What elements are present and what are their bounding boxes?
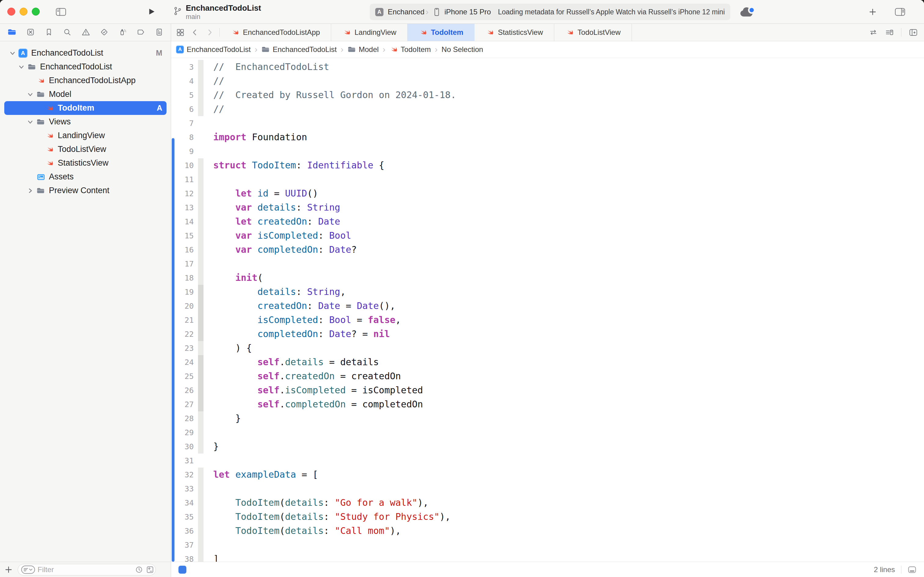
line-number[interactable]: 5 bbox=[171, 91, 198, 100]
debug-navigator-icon[interactable] bbox=[118, 28, 127, 37]
line-number[interactable]: 16 bbox=[171, 245, 198, 254]
source-control-navigator-icon[interactable] bbox=[26, 28, 35, 37]
code-fold-ribbon[interactable] bbox=[198, 74, 203, 88]
tree-item-statisticsview[interactable]: StatisticsView bbox=[4, 156, 167, 170]
code-fold-ribbon[interactable] bbox=[198, 214, 203, 229]
code-fold-ribbon[interactable] bbox=[198, 243, 203, 257]
tree-item-enchancedtodolist[interactable]: AEnchancedTodoListM bbox=[4, 46, 167, 60]
line-number[interactable]: 19 bbox=[171, 288, 198, 297]
code-fold-ribbon[interactable] bbox=[198, 397, 203, 411]
line-number[interactable]: 14 bbox=[171, 217, 198, 226]
line-number[interactable]: 3 bbox=[171, 63, 198, 71]
code-fold-ribbon[interactable] bbox=[198, 313, 203, 327]
issue-navigator-icon[interactable] bbox=[82, 28, 90, 37]
line-number[interactable]: 35 bbox=[171, 513, 198, 521]
filter-field[interactable] bbox=[18, 564, 156, 575]
source-control-filter-icon[interactable] bbox=[146, 566, 154, 574]
line-number[interactable]: 4 bbox=[171, 77, 198, 85]
source-code-editor[interactable]: 3 // EnchancedTodoList 4 // 5 // Created… bbox=[171, 58, 924, 562]
sidebar-toggle-icon[interactable] bbox=[56, 7, 67, 16]
code-fold-ribbon[interactable] bbox=[198, 102, 203, 116]
zoom-window-button[interactable] bbox=[32, 8, 40, 16]
chevron-closed-icon[interactable] bbox=[26, 187, 35, 194]
code-fold-ribbon[interactable] bbox=[198, 440, 203, 453]
line-number[interactable]: 13 bbox=[171, 203, 198, 212]
line-number[interactable]: 18 bbox=[171, 274, 198, 282]
breakpoint-navigator-icon[interactable] bbox=[137, 28, 145, 37]
find-navigator-icon[interactable] bbox=[63, 28, 71, 37]
code-fold-ribbon[interactable] bbox=[198, 369, 203, 383]
tab-overview-icon[interactable] bbox=[176, 28, 185, 37]
add-editor-button[interactable] bbox=[909, 28, 918, 37]
run-button[interactable] bbox=[147, 7, 156, 16]
inspector-toggle-icon[interactable] bbox=[895, 7, 906, 16]
tree-item-preview-content[interactable]: Preview Content bbox=[4, 184, 167, 197]
line-number[interactable]: 7 bbox=[171, 119, 198, 128]
code-fold-ribbon[interactable] bbox=[198, 383, 203, 397]
code-fold-ribbon[interactable] bbox=[198, 524, 203, 538]
breadcrumb-segment[interactable]: AEnchancedTodoList bbox=[176, 45, 251, 54]
code-fold-ribbon[interactable] bbox=[198, 425, 203, 440]
code-fold-ribbon[interactable] bbox=[198, 538, 203, 552]
code-fold-ribbon[interactable] bbox=[198, 88, 203, 102]
code-fold-ribbon[interactable] bbox=[198, 285, 203, 299]
code-fold-ribbon[interactable] bbox=[198, 257, 203, 271]
code-fold-ribbon[interactable] bbox=[198, 116, 203, 130]
tree-item-assets[interactable]: Assets bbox=[4, 170, 167, 184]
tree-item-enchancedtodolist[interactable]: EnchancedTodoList bbox=[4, 60, 167, 74]
code-fold-ribbon[interactable] bbox=[198, 200, 203, 214]
forward-button[interactable] bbox=[205, 28, 214, 37]
line-number[interactable]: 21 bbox=[171, 316, 198, 324]
line-number[interactable]: 25 bbox=[171, 372, 198, 381]
related-items-icon[interactable] bbox=[869, 28, 878, 37]
chevron-open-icon[interactable] bbox=[8, 50, 17, 56]
code-fold-ribbon[interactable] bbox=[198, 158, 203, 172]
line-number[interactable]: 32 bbox=[171, 471, 198, 479]
report-navigator-icon[interactable] bbox=[155, 28, 163, 37]
code-fold-ribbon[interactable] bbox=[198, 510, 203, 524]
minimize-window-button[interactable] bbox=[19, 8, 27, 16]
add-file-button[interactable] bbox=[4, 566, 13, 574]
tree-item-todolistview[interactable]: TodoListView bbox=[4, 142, 167, 156]
test-navigator-icon[interactable] bbox=[100, 28, 108, 37]
code-fold-ribbon[interactable] bbox=[198, 60, 203, 74]
line-number[interactable]: 23 bbox=[171, 344, 198, 353]
code-fold-ribbon[interactable] bbox=[198, 299, 203, 313]
line-number[interactable]: 11 bbox=[171, 175, 198, 184]
code-fold-ribbon[interactable] bbox=[198, 144, 203, 158]
line-number[interactable]: 30 bbox=[171, 442, 198, 451]
line-number[interactable]: 31 bbox=[171, 456, 198, 465]
line-number[interactable]: 28 bbox=[171, 414, 198, 423]
filter-options-icon[interactable] bbox=[21, 565, 35, 574]
chevron-open-icon[interactable] bbox=[26, 91, 35, 98]
code-fold-ribbon[interactable] bbox=[198, 187, 203, 200]
code-fold-ribbon[interactable] bbox=[198, 467, 203, 482]
back-button[interactable] bbox=[191, 28, 199, 37]
code-fold-ribbon[interactable] bbox=[198, 327, 203, 341]
close-window-button[interactable] bbox=[7, 8, 15, 16]
filter-input[interactable] bbox=[38, 566, 132, 574]
line-number[interactable]: 10 bbox=[171, 161, 198, 170]
tree-item-views[interactable]: Views bbox=[4, 115, 167, 129]
project-navigator-icon[interactable] bbox=[7, 27, 16, 38]
code-fold-ribbon[interactable] bbox=[198, 271, 203, 285]
code-fold-ribbon[interactable] bbox=[198, 453, 203, 467]
chevron-open-icon[interactable] bbox=[17, 64, 26, 70]
breadcrumb-segment[interactable]: TodoItem bbox=[389, 45, 431, 54]
new-tab-button[interactable] bbox=[868, 8, 877, 16]
line-number[interactable]: 15 bbox=[171, 231, 198, 240]
tree-item-model[interactable]: Model bbox=[4, 87, 167, 101]
chevron-open-icon[interactable] bbox=[26, 119, 35, 125]
tree-item-enchancedtodolistapp[interactable]: EnchancedTodoListApp bbox=[4, 74, 167, 87]
tree-item-landingview[interactable]: LandingView bbox=[4, 129, 167, 142]
breadcrumb-segment[interactable]: Model bbox=[348, 45, 378, 54]
code-fold-ribbon[interactable] bbox=[198, 341, 203, 355]
code-fold-ribbon[interactable] bbox=[198, 229, 203, 243]
tab-todoitem[interactable]: TodoItem bbox=[407, 24, 475, 41]
code-fold-ribbon[interactable] bbox=[198, 172, 203, 187]
hide-bottom-bar-icon[interactable] bbox=[908, 566, 917, 574]
line-number[interactable]: 8 bbox=[171, 133, 198, 142]
line-number[interactable]: 27 bbox=[171, 400, 198, 409]
line-number[interactable]: 38 bbox=[171, 555, 198, 562]
line-number[interactable]: 33 bbox=[171, 484, 198, 493]
